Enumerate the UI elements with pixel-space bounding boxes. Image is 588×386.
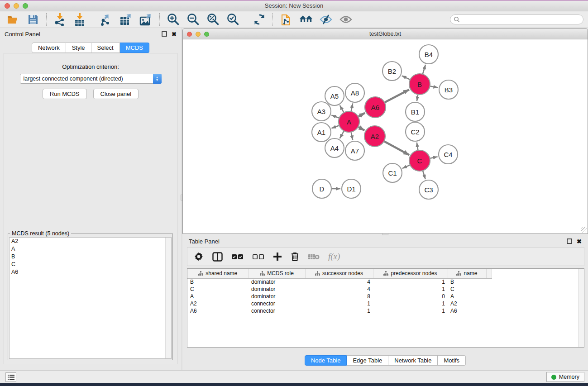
zoom-fit-button[interactable] (206, 13, 220, 26)
table-cell[interactable]: 8 (305, 293, 373, 300)
graph-edge[interactable] (359, 113, 365, 117)
column-header[interactable]: MCDS role (249, 269, 305, 278)
graph-edge[interactable] (331, 115, 339, 118)
tab-select[interactable]: Select (91, 43, 120, 53)
show-eye-button[interactable] (339, 13, 353, 26)
refresh-button[interactable] (253, 13, 266, 26)
tab-network[interactable]: Network (32, 43, 66, 53)
graph-node-A2[interactable]: A2 (364, 126, 385, 147)
result-list-item[interactable]: C (10, 261, 171, 268)
table-row[interactable]: Cdominator41C (187, 286, 492, 293)
table-cell[interactable]: connector (249, 300, 305, 307)
graph-node-A8[interactable]: A8 (345, 83, 364, 102)
table-cell[interactable]: 1 (305, 307, 373, 315)
delete-column-icon[interactable] (291, 252, 299, 262)
save-session-button[interactable] (26, 13, 40, 26)
table-cell[interactable]: 0 (373, 293, 448, 300)
task-history-button[interactable] (5, 372, 16, 382)
table-cell[interactable]: 4 (305, 286, 373, 293)
graph-node-B[interactable]: B (409, 74, 430, 95)
table-cell[interactable]: dominator (249, 293, 305, 300)
table-cell[interactable]: A2 (187, 300, 249, 307)
tab-motifs[interactable]: Motifs (438, 355, 466, 366)
table-cell[interactable]: 1 (373, 300, 448, 307)
column-header[interactable]: shared name (187, 269, 249, 278)
run-mcds-button[interactable]: Run MCDS (43, 89, 87, 99)
graph-edge[interactable] (423, 171, 425, 179)
graph-edge[interactable] (417, 95, 418, 101)
result-list-item[interactable]: A2 (10, 238, 171, 245)
graph-edge[interactable] (430, 157, 437, 158)
table-cell[interactable]: A6 (448, 307, 486, 315)
export-table-button[interactable] (120, 13, 133, 26)
open-session-button[interactable] (6, 13, 20, 26)
graph-node-B3[interactable]: B3 (439, 80, 458, 99)
zoom-out-button[interactable] (186, 13, 200, 26)
graph-edge[interactable] (430, 86, 438, 87)
node-table[interactable]: shared nameMCDS rolesuccessor nodesprede… (187, 268, 584, 348)
graph-node-A[interactable]: A (339, 111, 359, 132)
close-panel-button[interactable]: Close panel (93, 89, 139, 99)
memory-button[interactable]: Memory (546, 372, 584, 382)
graph-node-A5[interactable]: A5 (325, 86, 344, 105)
tab-edge-table[interactable]: Edge Table (347, 355, 388, 366)
graph-edge[interactable] (340, 105, 344, 112)
table-cell[interactable]: A6 (187, 307, 249, 315)
mcds-result-list[interactable]: A2ABCA6 (9, 237, 172, 359)
table-cell[interactable]: dominator (249, 278, 305, 286)
result-list-item[interactable]: A6 (10, 268, 171, 276)
tab-style[interactable]: Style (66, 43, 91, 53)
zoom-selected-button[interactable] (226, 13, 239, 26)
export-image-button[interactable] (139, 13, 153, 26)
network-file-button[interactable] (279, 13, 293, 26)
table-scrollbar[interactable] (578, 269, 584, 347)
graph-node-A3[interactable]: A3 (312, 102, 331, 121)
table-float-icon[interactable] (567, 238, 572, 244)
table-cell[interactable]: 1 (373, 278, 448, 286)
zoom-in-button[interactable] (166, 13, 180, 26)
column-header[interactable]: predecessor nodes (373, 269, 448, 278)
table-cell[interactable]: B (448, 278, 486, 286)
table-cell[interactable]: B (187, 278, 249, 286)
table-row[interactable]: Adominator80A (187, 293, 492, 300)
graph-node-B2[interactable]: B2 (382, 62, 402, 81)
table-cell[interactable]: 1 (373, 307, 448, 315)
table-cell[interactable]: C (448, 286, 486, 293)
graph-node-C4[interactable]: C4 (439, 145, 458, 164)
settings-gear-icon[interactable] (194, 252, 204, 262)
table-row[interactable]: Bdominator41B (187, 278, 492, 286)
graph-node-D[interactable]: D (312, 179, 331, 198)
import-network-button[interactable] (53, 13, 67, 26)
graph-edge[interactable] (385, 90, 409, 102)
houses-button[interactable] (299, 13, 313, 26)
split-panel-icon[interactable] (212, 252, 223, 262)
search-input[interactable] (460, 16, 583, 23)
table-row[interactable]: A2connector11A2 (187, 300, 492, 307)
result-list-item[interactable]: B (10, 253, 171, 261)
tab-mcds[interactable]: MCDS (120, 43, 149, 53)
column-header[interactable]: name (448, 269, 486, 278)
graph-edge[interactable] (402, 165, 410, 168)
table-cell[interactable]: 1 (373, 286, 448, 293)
graph-node-C[interactable]: C (409, 150, 430, 171)
table-cell[interactable]: C (187, 286, 249, 293)
table-cell[interactable]: A (187, 293, 249, 300)
hide-eye-button[interactable] (319, 13, 333, 26)
result-list-item[interactable]: A (10, 245, 171, 253)
float-panel-icon[interactable] (162, 31, 167, 37)
graph-edge[interactable] (359, 127, 364, 131)
close-panel-icon[interactable]: ✖ (172, 31, 177, 38)
deselect-all-icon[interactable] (252, 254, 264, 260)
graph-node-A6[interactable]: A6 (365, 97, 386, 118)
table-cell[interactable]: 1 (305, 300, 373, 307)
tab-node-table[interactable]: Node Table (305, 355, 347, 366)
graph-edge[interactable] (340, 131, 344, 138)
network-window-titlebar[interactable]: testGlobe.txt (183, 29, 588, 39)
search-field[interactable] (450, 14, 583, 24)
table-cell[interactable]: A (448, 293, 486, 300)
graph-node-C2[interactable]: C2 (406, 122, 425, 141)
graph-node-C1[interactable]: C1 (383, 163, 402, 182)
graph-node-A7[interactable]: A7 (345, 141, 364, 160)
graph-edge[interactable] (417, 143, 418, 150)
table-cell[interactable]: connector (249, 307, 305, 315)
